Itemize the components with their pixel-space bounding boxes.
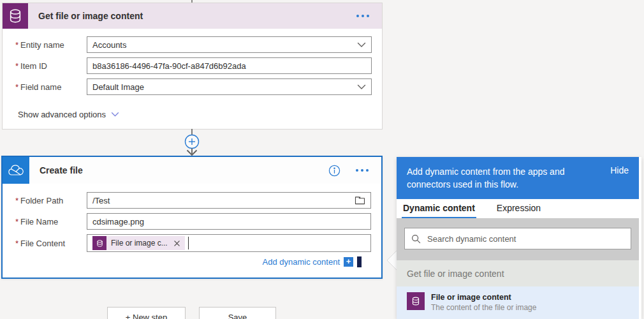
add-dynamic-content-plus-icon[interactable]: + <box>344 257 353 267</box>
file-content-input[interactable]: File or image c... <box>87 234 371 252</box>
insert-step-connector[interactable] <box>180 129 203 157</box>
folder-path-input[interactable]: /Test <box>87 192 371 209</box>
database-icon <box>407 292 425 310</box>
required-asterisk: * <box>15 82 18 92</box>
card2-title: Create file <box>40 165 328 175</box>
file-name-input[interactable]: cdsimage.png <box>87 213 371 230</box>
item-title: File or image content <box>431 292 536 302</box>
add-dynamic-content-bar-icon <box>357 256 362 267</box>
hide-button[interactable]: Hide <box>610 165 629 191</box>
card1-menu-ellipsis-icon[interactable] <box>355 11 370 21</box>
required-asterisk: * <box>15 217 18 226</box>
panel-tabs: Dynamic content Expression <box>397 199 639 219</box>
dynamic-content-panel: Add dynamic content from the apps and co… <box>397 157 641 319</box>
panel-header: Add dynamic content from the apps and co… <box>397 157 639 199</box>
show-advanced-options-link[interactable]: Show advanced options <box>18 110 119 119</box>
required-asterisk: * <box>15 40 18 50</box>
folder-picker-icon[interactable] <box>355 196 365 205</box>
onedrive-icon <box>3 157 29 184</box>
card2-header[interactable]: Create file <box>3 157 381 184</box>
card1-header[interactable]: Get file or image content <box>3 3 382 29</box>
folder-path-label: *Folder Path <box>15 196 87 205</box>
database-icon <box>92 236 106 250</box>
required-asterisk: * <box>15 239 18 248</box>
field-name-label: *Field name <box>15 82 87 92</box>
save-button[interactable]: Save <box>199 307 276 319</box>
file-name-label: *File Name <box>15 217 87 226</box>
panel-search-area <box>397 218 639 260</box>
entity-name-label: *Entity name <box>15 40 87 50</box>
remove-token-icon[interactable] <box>173 239 181 248</box>
tab-expression[interactable]: Expression <box>495 199 542 219</box>
chevron-down-icon <box>111 112 119 117</box>
entity-name-dropdown[interactable]: Accounts <box>87 36 372 53</box>
panel-header-message: Add dynamic content from the apps and co… <box>407 165 599 191</box>
field-name-dropdown[interactable]: Default Image <box>87 78 372 95</box>
file-content-label: *File Content <box>15 239 87 248</box>
card2-menu-ellipsis-icon[interactable] <box>355 165 370 175</box>
item-id-label: *Item ID <box>15 61 87 71</box>
dynamic-content-item-file-or-image-content[interactable]: File or image content The content of the… <box>397 286 639 319</box>
common-data-service-icon <box>3 3 28 29</box>
text-cursor <box>188 237 189 249</box>
action-card-get-file-or-image-content[interactable]: Get file or image content *Entity name A… <box>2 3 383 130</box>
add-dynamic-content-link[interactable]: Add dynamic content <box>263 257 340 267</box>
dynamic-token-chip[interactable]: File or image c... <box>92 236 185 250</box>
search-input[interactable] <box>427 234 624 244</box>
panel-group-header: Get file or image content <box>397 260 639 286</box>
info-icon[interactable] <box>328 165 340 177</box>
required-asterisk: * <box>15 196 18 205</box>
tab-dynamic-content[interactable]: Dynamic content <box>402 199 476 219</box>
new-step-button[interactable]: + New step <box>107 307 186 319</box>
search-box[interactable] <box>404 228 631 249</box>
card1-title: Get file or image content <box>38 11 355 21</box>
required-asterisk: * <box>15 61 18 71</box>
search-icon <box>411 234 421 244</box>
panel-callout-beak <box>385 249 398 272</box>
action-card-create-file[interactable]: Create file *Folder Path /Test *File Nam… <box>1 156 383 279</box>
item-description: The content of the file or image <box>431 303 536 313</box>
chevron-down-icon <box>357 84 366 90</box>
item-id-input[interactable]: b8a36186-4496-47fa-90cf-a847d6b92ada <box>87 57 372 74</box>
chevron-down-icon <box>357 41 366 48</box>
